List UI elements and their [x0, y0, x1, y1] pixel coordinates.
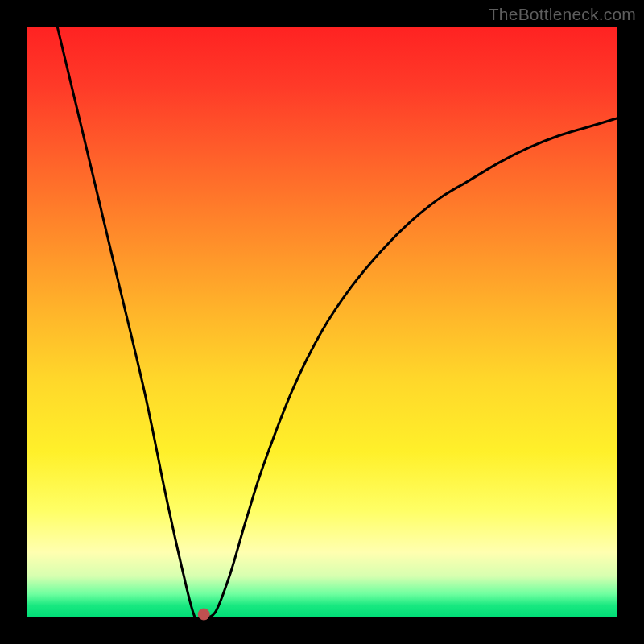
curve-svg — [27, 27, 617, 617]
plot-area — [27, 27, 617, 617]
chart-frame: TheBottleneck.com — [0, 0, 644, 644]
bottleneck-curve — [57, 27, 617, 621]
optimal-point-marker — [198, 609, 209, 620]
watermark-text: TheBottleneck.com — [489, 5, 636, 24]
